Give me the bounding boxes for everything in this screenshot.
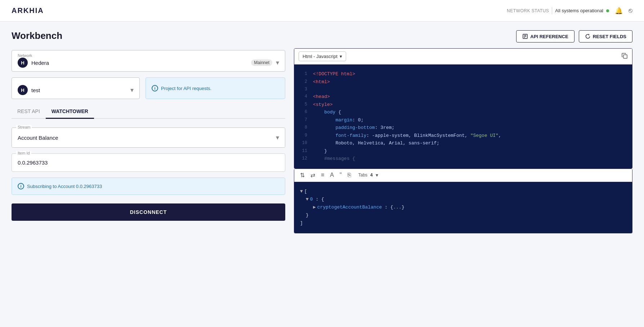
stream-value: Account Balance xyxy=(18,135,273,141)
right-toolbar: API REFERENCE RESET FIELDS xyxy=(294,30,632,42)
code-line: 2 <html> xyxy=(294,78,632,86)
align-icon[interactable]: ⇄ xyxy=(309,171,317,179)
subscribe-info-box: i Subscribing to Account 0.0.2963733 xyxy=(12,178,285,195)
main-layout: Workbench Network H Hedera Mainnet ▾ H t… xyxy=(0,22,644,327)
page-title: Workbench xyxy=(12,30,285,41)
tabs-num: 4 xyxy=(370,173,373,178)
project-info-icon: i xyxy=(152,85,158,91)
network-label: Network xyxy=(16,53,33,58)
header-right: NETWORK STATUS All systems operational 🔔… xyxy=(507,7,632,15)
project-chevron-icon: ▾ xyxy=(130,86,134,94)
json-line: ▼ 0 : { xyxy=(300,196,626,203)
item-id-wrapper: Item Id 0.0.2963733 xyxy=(12,153,285,172)
network-status: NETWORK STATUS All systems operational xyxy=(507,7,609,14)
network-status-label: NETWORK STATUS xyxy=(507,8,549,13)
api-reference-label: API REFERENCE xyxy=(530,34,568,39)
json-line: ▶ cryptogetAccountBalance : { ... } xyxy=(300,203,626,211)
status-dot-icon xyxy=(606,9,609,12)
text-align-icon[interactable]: ≡ xyxy=(319,171,326,179)
item-id-value[interactable]: 0.0.2963733 xyxy=(12,154,285,171)
quote-icon[interactable]: " xyxy=(338,171,343,179)
logo: ARKHIA xyxy=(12,6,44,15)
tab-rest-api[interactable]: REST API xyxy=(12,105,46,119)
project-select-inner: H test ▾ xyxy=(12,78,139,99)
subscribe-info-text: Subscribing to Account 0.0.2963733 xyxy=(27,184,102,189)
font-icon[interactable]: A xyxy=(328,171,335,179)
network-chevron-icon: ▾ xyxy=(276,59,279,67)
copy-icon xyxy=(621,53,628,59)
api-reference-icon xyxy=(522,33,528,39)
reset-icon xyxy=(585,33,591,39)
svg-rect-4 xyxy=(623,55,627,58)
header-divider xyxy=(552,7,552,14)
language-chevron-icon: ▾ xyxy=(340,54,342,59)
tab-watchtower[interactable]: WATCHTOWER xyxy=(46,105,94,119)
json-line: } xyxy=(300,211,626,219)
api-reference-button[interactable]: API REFERENCE xyxy=(516,30,574,42)
code-topbar: Html - Javascript ▾ xyxy=(294,49,632,64)
project-icon: H xyxy=(18,85,28,95)
reset-fields-button[interactable]: RESET FIELDS xyxy=(579,30,632,42)
copy-code-button[interactable] xyxy=(621,53,628,61)
language-label: Html - Javascript xyxy=(303,54,337,59)
project-select[interactable]: H test ▾ xyxy=(12,77,140,99)
copy-bottom-icon[interactable]: ⎘ xyxy=(346,171,353,179)
network-select-inner: H Hedera Mainnet ▾ xyxy=(12,50,285,71)
reset-fields-label: RESET FIELDS xyxy=(593,34,626,39)
code-editor: Html - Javascript ▾ 1 <!DOCTYPE html> 2 xyxy=(294,48,632,169)
stream-chevron-icon: ▾ xyxy=(276,134,279,142)
code-line: 8 padding-bottom: 3rem; xyxy=(294,124,632,132)
header: ARKHIA NETWORK STATUS All systems operat… xyxy=(0,0,644,22)
item-id-label: Item Id xyxy=(16,151,31,155)
code-line: 10 Roboto, Helvetica, Arial, sans-serif; xyxy=(294,139,632,147)
project-info-text: Project for API requests. xyxy=(161,86,211,91)
tabs-label: Tabs xyxy=(358,173,367,178)
json-line: ] xyxy=(300,219,626,227)
project-info-box: i Project for API requests. xyxy=(146,77,285,99)
disconnect-button[interactable]: DISCONNECT xyxy=(12,203,285,221)
code-line: 3 xyxy=(294,86,632,93)
code-area: 1 <!DOCTYPE html> 2 <html> 3 4 <head> 5 xyxy=(294,64,632,169)
tabs-dropdown-icon[interactable]: ▾ xyxy=(376,172,378,178)
code-line: 5 <style> xyxy=(294,101,632,109)
code-line: 1 <!DOCTYPE html> xyxy=(294,70,632,78)
network-select[interactable]: Network H Hedera Mainnet ▾ xyxy=(12,50,285,72)
code-line: 6 body { xyxy=(294,108,632,116)
logout-icon[interactable]: ⎋ xyxy=(629,7,632,14)
stream-label: Stream xyxy=(16,125,32,129)
project-row: H test ▾ i Project for API requests. xyxy=(12,77,285,99)
notification-icon[interactable]: 🔔 xyxy=(615,7,623,15)
network-hedera-icon: H xyxy=(18,58,28,68)
json-line: ▼ [ xyxy=(300,188,626,196)
subscribe-info-icon: i xyxy=(18,183,24,189)
code-line: 9 font-family: -apple-system, BlinkMacSy… xyxy=(294,132,632,140)
network-field-group: Network H Hedera Mainnet ▾ xyxy=(12,50,285,72)
left-panel: Workbench Network H Hedera Mainnet ▾ H t… xyxy=(12,30,285,318)
status-text: All systems operational xyxy=(555,8,603,13)
bottom-toolbar: ⇅ ⇄ ≡ A " ⎘ Tabs 4 ▾ xyxy=(294,169,632,182)
stream-wrapper: Stream Account Balance ▾ xyxy=(12,127,285,148)
language-select[interactable]: Html - Javascript ▾ xyxy=(299,51,346,61)
json-output: ▼ [ ▼ 0 : { ▶ cryptogetAccountBalance : … xyxy=(294,182,632,233)
code-line: 12 #messages { xyxy=(294,155,632,163)
stream-select[interactable]: Stream Account Balance ▾ xyxy=(12,127,285,148)
format-icon[interactable]: ⇅ xyxy=(299,171,306,179)
right-panel: API REFERENCE RESET FIELDS Html - Javasc… xyxy=(294,30,632,318)
network-name: Hedera xyxy=(31,60,247,66)
code-line: 7 margin: 0; xyxy=(294,116,632,124)
code-line: 4 <head> xyxy=(294,93,632,101)
mainnet-badge: Mainnet xyxy=(251,59,272,66)
tabs: REST API WATCHTOWER xyxy=(12,105,285,119)
project-name: test xyxy=(31,87,127,93)
json-output-container: ⇅ ⇄ ≡ A " ⎘ Tabs 4 ▾ ▼ [ ▼ 0 : { xyxy=(294,169,632,233)
stream-select-inner: Account Balance ▾ xyxy=(12,128,285,147)
code-line: 11 } xyxy=(294,147,632,155)
